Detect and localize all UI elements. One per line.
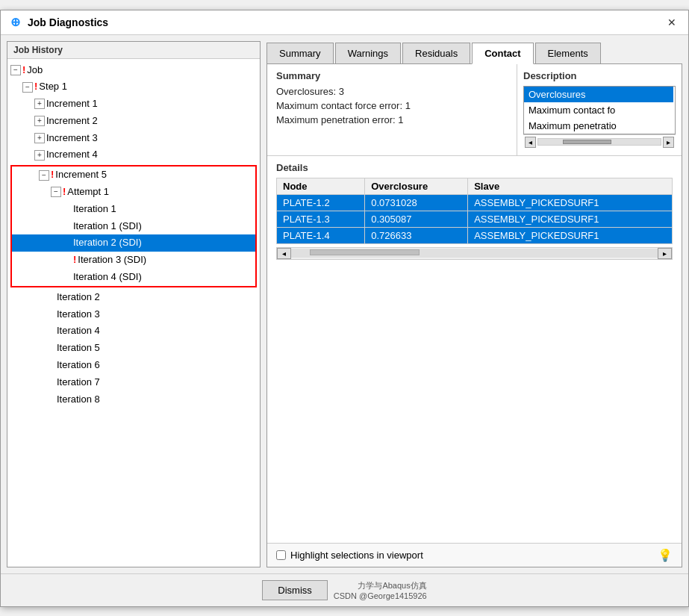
- tree-item-iter2[interactable]: Iteration 2: [7, 289, 260, 306]
- error-icon-step1: !: [34, 79, 37, 95]
- tree-item-iter1sdi[interactable]: Iteration 1 (SDI): [12, 218, 255, 235]
- tree-item-iter4sdi[interactable]: Iteration 4 (SDI): [12, 269, 255, 286]
- window-title: Job Diagnostics: [28, 16, 108, 28]
- col-node: Node: [277, 178, 365, 194]
- viewport-checkbox[interactable]: [276, 550, 286, 560]
- expander-inc5[interactable]: −: [39, 170, 49, 181]
- watermark-line1: 力学与Abaqus仿真: [334, 580, 427, 591]
- tree-item-step1[interactable]: − ! Step 1: [7, 78, 260, 96]
- viewport-label-text: Highlight selections in viewport: [290, 550, 423, 561]
- expander-inc4[interactable]: +: [34, 150, 45, 161]
- cell-oc-1: 0.305087: [365, 211, 468, 227]
- app-icon: ⊕: [8, 16, 22, 29]
- scroll-right-arrow[interactable]: ▸: [658, 248, 672, 259]
- scroll-left-arrow[interactable]: ◂: [277, 248, 291, 259]
- close-button[interactable]: ✕: [663, 15, 681, 30]
- iter1sdi-label: Iteration 1 (SDI): [73, 219, 252, 234]
- desc-scrollbar: ◂ ▸: [523, 134, 676, 149]
- tab-bar: Summary Warnings Residuals Contact Eleme…: [266, 41, 682, 64]
- iter4sdi-label: Iteration 4 (SDI): [73, 270, 252, 285]
- scroll-track[interactable]: [537, 138, 661, 146]
- desc-item-1[interactable]: Maximum contact fo: [524, 102, 673, 118]
- desc-item-0[interactable]: Overclosures: [524, 87, 673, 102]
- iter6-label: Iteration 6: [57, 358, 257, 373]
- top-row: Summary Overclosures: 3 Maximum contact …: [267, 64, 682, 156]
- inc2-label: Increment 2: [46, 113, 257, 129]
- description-title: Description: [523, 70, 676, 81]
- iter8-label: Iteration 8: [57, 392, 257, 408]
- tree-item-inc3[interactable]: + Increment 3: [7, 130, 260, 147]
- tree-item-inc2[interactable]: + Increment 2: [7, 113, 260, 130]
- tree-item-iter3sdi[interactable]: ! Iteration 3 (SDI): [12, 252, 255, 269]
- error-icon-job: !: [22, 63, 25, 78]
- tree-item-iter6[interactable]: Iteration 6: [7, 357, 260, 374]
- iter3sdi-label: Iteration 3 (SDI): [78, 252, 252, 268]
- summary-title: Summary: [276, 70, 508, 81]
- expander-step1[interactable]: −: [22, 82, 33, 93]
- tree-item-inc1[interactable]: + Increment 1: [7, 96, 260, 113]
- cell-oc-2: 0.726633: [365, 227, 468, 243]
- tree-container[interactable]: − ! Job − ! Step 1 + Increment 1: [7, 59, 260, 567]
- table-row[interactable]: PLATE-1.3 0.305087 ASSEMBLY_PICKEDSURF1: [277, 211, 673, 227]
- iter4-label: Iteration 4: [57, 323, 257, 339]
- cell-oc-0: 0.0731028: [365, 194, 468, 211]
- expander-inc1[interactable]: +: [34, 99, 45, 109]
- cell-slave-1: ASSEMBLY_PICKEDSURF1: [468, 211, 673, 227]
- tree-item-iter5[interactable]: Iteration 5: [7, 340, 260, 357]
- tree-item-attempt1[interactable]: − ! Attempt 1: [12, 184, 255, 201]
- step1-label: Step 1: [39, 79, 257, 95]
- details-title: Details: [276, 162, 673, 173]
- watermark: 力学与Abaqus仿真 CSDN @George1415926: [334, 580, 427, 600]
- expander-inc2[interactable]: +: [34, 116, 45, 126]
- tree-item-iter8[interactable]: Iteration 8: [7, 391, 260, 408]
- dismiss-button[interactable]: Dismiss: [262, 580, 328, 600]
- title-bar-left: ⊕ Job Diagnostics: [8, 16, 108, 29]
- table-row[interactable]: PLATE-1.2 0.0731028 ASSEMBLY_PICKEDSURF1: [277, 194, 673, 211]
- tree-item-inc4[interactable]: + Increment 4: [7, 146, 260, 164]
- detail-scroll-thumb: [310, 249, 420, 255]
- expander-inc3[interactable]: +: [34, 133, 45, 143]
- expander-attempt1[interactable]: −: [51, 187, 61, 197]
- summary-item-1: Maximum contact force error: 1: [276, 100, 508, 111]
- tree-item-iter4[interactable]: Iteration 4: [7, 323, 260, 340]
- table-row[interactable]: PLATE-1.4 0.726633 ASSEMBLY_PICKEDSURF1: [277, 227, 673, 243]
- tab-summary[interactable]: Summary: [266, 43, 334, 63]
- content-area: Summary Overclosures: 3 Maximum contact …: [266, 64, 682, 567]
- description-list: Overclosures Maximum contact fo Maximum …: [523, 86, 676, 134]
- desc-item-2[interactable]: Maximum penetratio: [524, 118, 673, 134]
- watermark-line2: CSDN @George1415926: [334, 591, 427, 600]
- inc3-label: Increment 3: [46, 131, 257, 146]
- bottom-bar: Dismiss 力学与Abaqus仿真 CSDN @George1415926: [1, 573, 688, 606]
- tab-warnings[interactable]: Warnings: [335, 43, 401, 63]
- tree-item-iter2sdi[interactable]: Iteration 2 (SDI): [12, 234, 255, 252]
- cell-slave-2: ASSEMBLY_PICKEDSURF1: [468, 227, 673, 243]
- attempt1-label: Attempt 1: [67, 184, 252, 200]
- error-icon-iter3sdi: !: [73, 252, 76, 268]
- tree-item-inc5[interactable]: − ! Increment 5: [12, 167, 255, 184]
- right-panel: Summary Warnings Residuals Contact Eleme…: [266, 41, 682, 567]
- tree-item-iter1[interactable]: Iteration 1: [12, 201, 255, 218]
- tab-contact[interactable]: Contact: [472, 43, 533, 64]
- tab-elements[interactable]: Elements: [535, 43, 601, 63]
- data-table: Node Overclosure Slave PLATE-1.2 0.07310…: [276, 178, 673, 244]
- cell-node-1: PLATE-1.3: [277, 211, 365, 227]
- scroll-left-btn[interactable]: ◂: [525, 137, 536, 148]
- tree-item-iter7[interactable]: Iteration 7: [7, 374, 260, 391]
- col-overclosure: Overclosure: [365, 178, 468, 194]
- cell-node-0: PLATE-1.2: [277, 194, 365, 211]
- detail-scroll-track[interactable]: [291, 249, 658, 258]
- cell-slave-0: ASSEMBLY_PICKEDSURF1: [468, 194, 673, 211]
- tab-residuals[interactable]: Residuals: [402, 43, 470, 63]
- job-label: Job: [27, 63, 257, 78]
- inc5-label: Increment 5: [55, 167, 252, 183]
- tree-item-iter3[interactable]: Iteration 3: [7, 306, 260, 323]
- description-section: Description Overclosures Maximum contact…: [517, 64, 682, 155]
- title-bar: ⊕ Job Diagnostics ✕: [1, 10, 688, 35]
- scroll-right-btn[interactable]: ▸: [663, 137, 674, 148]
- main-window: ⊕ Job Diagnostics ✕ Job History − ! Job …: [0, 10, 689, 607]
- iter1-label: Iteration 1: [73, 202, 252, 217]
- tree-item-job[interactable]: − ! Job: [7, 62, 260, 79]
- details-section: Details Node Overclosure Slave PLATE-1.2: [267, 156, 682, 543]
- expander-job[interactable]: −: [10, 65, 21, 75]
- viewport-checkbox-label[interactable]: Highlight selections in viewport: [276, 550, 423, 561]
